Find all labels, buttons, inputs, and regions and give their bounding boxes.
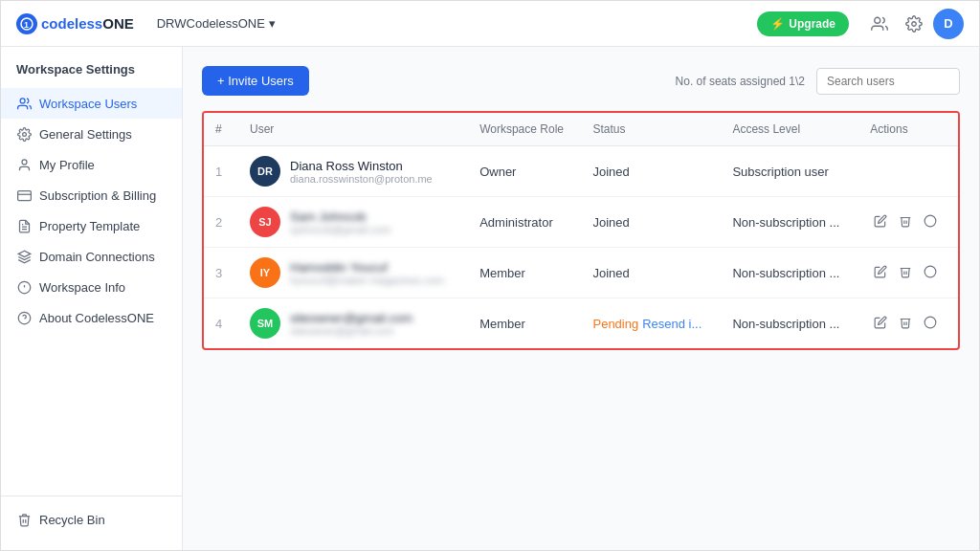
help-circle-icon — [16, 310, 32, 325]
user-email: diana.rosswinston@proton.me — [290, 173, 433, 185]
sidebar-item-workspace-info[interactable]: Workspace Info — [1, 272, 182, 302]
workspace-role: Member — [468, 298, 581, 349]
user-status: Joined — [581, 197, 721, 248]
user-initial: D — [944, 16, 952, 31]
gear-icon — [16, 126, 32, 142]
logo: 1 codelessONE — [16, 13, 134, 34]
table-row: 2SJSam Johncobsjohncob@gmail.comAdminist… — [204, 197, 958, 248]
user-name: Diana Ross Winston — [290, 159, 433, 173]
actions-cell — [858, 248, 958, 298]
row-num: 1 — [204, 146, 238, 197]
user-avatar-nav[interactable]: D — [933, 9, 964, 39]
user-name: siteowner@gmail.com — [290, 311, 412, 325]
sidebar-item-label: About CodelessONE — [39, 311, 154, 325]
sidebar-item-general-settings[interactable]: General Settings — [1, 119, 182, 149]
svg-point-3 — [912, 21, 917, 26]
invite-users-button[interactable]: + Invite Users — [202, 66, 309, 96]
svg-text:1: 1 — [24, 20, 29, 30]
table-row: 1DRDiana Ross Winstondiana.rosswinston@p… — [204, 146, 958, 197]
row-num: 3 — [204, 248, 238, 298]
access-level: Non-subscription ... — [721, 248, 858, 298]
col-role: Workspace Role — [468, 113, 581, 146]
sidebar-item-my-profile[interactable]: My Profile — [1, 149, 182, 180]
logo-icon: 1 — [16, 13, 37, 34]
svg-point-5 — [22, 132, 26, 136]
workspace-role: Administrator — [468, 197, 581, 248]
access-level: Subscription user — [721, 146, 858, 197]
actions-cell — [858, 298, 958, 349]
sidebar: Workspace Settings Workspace Users Gener… — [1, 47, 183, 550]
user-avatar: IY — [250, 257, 280, 288]
user-cell: DRDiana Ross Winstondiana.rosswinston@pr… — [238, 146, 468, 197]
app-container: 1 codelessONE DRWCodelessONE ▾ ⚡ Upgrade… — [0, 0, 980, 551]
svg-rect-7 — [17, 190, 31, 200]
search-input[interactable] — [816, 68, 960, 95]
edit-button[interactable] — [870, 312, 891, 336]
col-status: Status — [581, 113, 721, 146]
users-icon — [16, 96, 32, 111]
status-pending: Pending — [592, 317, 638, 331]
upgrade-button[interactable]: ⚡ Upgrade — [757, 11, 849, 36]
sidebar-item-label: General Settings — [39, 127, 132, 142]
user-status: Joined — [581, 146, 721, 197]
resend-link[interactable]: Resend i... — [642, 317, 702, 331]
sidebar-item-recycle-bin[interactable]: Recycle Bin — [1, 504, 182, 535]
edit-button[interactable] — [870, 261, 891, 285]
svg-marker-11 — [18, 251, 31, 256]
more-actions-button[interactable] — [920, 210, 941, 234]
users-table: # User Workspace Role Status Access Leve… — [204, 113, 958, 348]
sidebar-item-label: Subscription & Billing — [39, 188, 156, 203]
svg-point-4 — [20, 98, 25, 102]
top-nav: 1 codelessONE DRWCodelessONE ▾ ⚡ Upgrade… — [1, 1, 979, 47]
row-num: 4 — [204, 298, 238, 349]
sidebar-item-label: Workspace Info — [39, 280, 125, 295]
svg-point-6 — [22, 159, 27, 164]
user-email: sjohncob@gmail.com — [290, 224, 390, 235]
edit-button[interactable] — [870, 210, 891, 234]
access-level: Non-subscription ... — [721, 298, 858, 349]
user-email: hyoucuf@maker-magazines.com — [290, 275, 444, 286]
more-actions-button[interactable] — [920, 261, 941, 285]
user-icon — [16, 157, 32, 172]
layers-icon — [16, 249, 32, 264]
sidebar-title: Workspace Settings — [1, 62, 182, 88]
more-actions-button[interactable] — [920, 312, 941, 336]
col-access: Access Level — [721, 113, 858, 146]
sidebar-item-label: Domain Connections — [39, 250, 155, 264]
chevron-down-icon: ▾ — [269, 16, 276, 31]
delete-button[interactable] — [895, 210, 916, 234]
sidebar-item-property-template[interactable]: Property Template — [1, 210, 182, 241]
user-email: siteowner@gmail.com — [290, 325, 412, 337]
delete-button[interactable] — [895, 312, 916, 336]
trash-icon — [16, 512, 32, 527]
sidebar-item-about-codelessone[interactable]: About CodelessONE — [1, 302, 182, 333]
user-info: Sam Johncobsjohncob@gmail.com — [290, 209, 390, 235]
user-status: PendingResend i... — [581, 298, 721, 349]
workspace-selector[interactable]: DRWCodelessONE ▾ — [149, 12, 283, 34]
table-header-row: # User Workspace Role Status Access Leve… — [204, 113, 958, 146]
sidebar-item-workspace-users[interactable]: Workspace Users — [1, 88, 182, 119]
invite-button-label: + Invite Users — [217, 74, 294, 88]
lightning-icon: ⚡ — [770, 17, 785, 31]
user-status: Joined — [581, 248, 721, 298]
sidebar-item-subscription-billing[interactable]: Subscription & Billing — [1, 180, 182, 210]
row-num: 2 — [204, 197, 238, 248]
actions-cell — [858, 197, 958, 248]
svg-point-21 — [924, 266, 936, 277]
users-table-wrapper: # User Workspace Role Status Access Leve… — [202, 111, 960, 350]
sidebar-item-label: Property Template — [39, 219, 140, 233]
user-info: Diana Ross Winstondiana.rosswinston@prot… — [290, 159, 433, 185]
users-icon-button[interactable] — [864, 9, 895, 39]
delete-button[interactable] — [895, 261, 916, 285]
user-info: Hamoddin Youcufhyoucuf@maker-magazines.c… — [290, 260, 444, 286]
workspace-role: Owner — [468, 146, 581, 197]
upgrade-label: Upgrade — [789, 17, 835, 31]
sidebar-item-label: Workspace Users — [39, 97, 137, 111]
settings-icon-button[interactable] — [899, 9, 929, 39]
file-icon — [16, 218, 32, 233]
sidebar-item-label: Recycle Bin — [39, 513, 105, 527]
svg-point-2 — [875, 17, 880, 23]
table-row: 3IYHamoddin Youcufhyoucuf@maker-magazine… — [204, 248, 958, 298]
sidebar-item-domain-connections[interactable]: Domain Connections — [1, 241, 182, 272]
user-cell: SJSam Johncobsjohncob@gmail.com — [238, 197, 468, 248]
